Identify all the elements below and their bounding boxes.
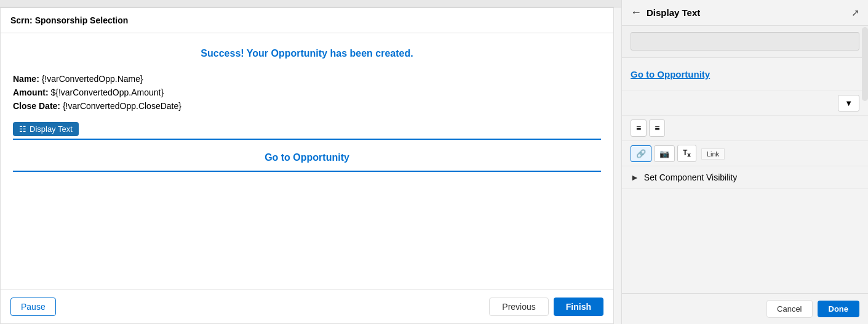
success-message: Success! Your Opportunity has been creat… xyxy=(13,48,601,59)
right-panel-done-button[interactable]: Done xyxy=(818,301,860,317)
top-scrollbar-strip xyxy=(0,0,621,7)
name-field-row: Name: {!varConvertedOpp.Name} xyxy=(13,74,601,84)
link-icon: 🔗 xyxy=(636,149,646,158)
right-panel-header: ← Display Text ➚ xyxy=(622,0,868,26)
name-label: Name: xyxy=(13,74,39,84)
left-panel: Scrn: Sponsorship Selection Success! You… xyxy=(0,0,621,324)
go-to-opp-section: Go to Opportunity xyxy=(13,139,601,172)
set-visibility-label: Set Component Visibility xyxy=(644,172,737,182)
dropdown-row: ▼ xyxy=(622,91,868,116)
format-dropdown[interactable]: ▼ xyxy=(838,95,859,111)
name-value: {!varConvertedOpp.Name} xyxy=(42,74,143,84)
footer-right-actions: Previous Finish xyxy=(489,298,603,316)
finish-button[interactable]: Finish xyxy=(554,298,603,316)
closedate-label: Close Date: xyxy=(13,101,60,111)
image-toolbar-button[interactable]: 📷 xyxy=(654,145,675,162)
set-visibility-row[interactable]: ► Set Component Visibility xyxy=(622,166,868,189)
align-right-button[interactable]: ≡ xyxy=(649,119,665,137)
closedate-value: {!varConvertedOpp.CloseDate} xyxy=(63,101,181,111)
flow-screen: Scrn: Sponsorship Selection Success! You… xyxy=(0,7,614,324)
link-tooltip: Link xyxy=(701,148,725,160)
clear-format-button[interactable]: Tx xyxy=(677,145,696,162)
previous-button[interactable]: Previous xyxy=(489,298,548,316)
panel-go-to-opp-section: Go to Opportunity xyxy=(622,58,868,91)
pause-button[interactable]: Pause xyxy=(10,298,56,316)
align-center-button[interactable]: ≡ xyxy=(631,119,647,137)
chevron-right-icon: ► xyxy=(631,172,639,182)
right-panel: ← Display Text ➚ Go to Opportunity ▼ xyxy=(621,0,868,324)
screen-footer: Pause Previous Finish xyxy=(1,290,613,323)
expand-icon[interactable]: ➚ xyxy=(851,7,859,18)
back-icon[interactable]: ← xyxy=(631,6,642,19)
image-icon: 📷 xyxy=(659,149,669,158)
top-section xyxy=(622,26,868,58)
link-toolbar-button[interactable]: 🔗 xyxy=(631,145,651,162)
display-text-badge-label: Display Text xyxy=(30,124,73,134)
display-text-icon: ☷ xyxy=(19,124,26,134)
right-panel-content: Go to Opportunity ▼ ≡ ≡ 🔗 📷 xyxy=(622,26,868,293)
amount-label: Amount: xyxy=(13,87,49,97)
chevron-down-icon: ▼ xyxy=(845,99,853,108)
clear-icon: Tx xyxy=(683,148,691,158)
go-to-opportunity-link[interactable]: Go to Opportunity xyxy=(13,152,601,163)
panel-title: Display Text xyxy=(647,7,700,18)
right-scrollbar xyxy=(862,27,868,101)
icon-toolbar-row: 🔗 📷 Tx Link xyxy=(622,141,868,166)
header-left: ← Display Text xyxy=(631,6,700,19)
amount-field-row: Amount: ${!varConvertedOpp.Amount} xyxy=(13,87,601,97)
right-panel-footer: Cancel Done xyxy=(622,293,868,324)
right-panel-cancel-button[interactable]: Cancel xyxy=(766,300,812,318)
align-toolbar: ≡ ≡ xyxy=(622,116,868,141)
screen-content: Success! Your Opportunity has been creat… xyxy=(1,33,613,290)
amount-value: ${!varConvertedOpp.Amount} xyxy=(50,87,164,97)
top-input-placeholder xyxy=(631,32,859,51)
screen-title: Scrn: Sponsorship Selection xyxy=(1,8,613,33)
panel-go-to-opportunity-link[interactable]: Go to Opportunity xyxy=(631,64,859,84)
display-text-badge[interactable]: ☷ Display Text xyxy=(13,122,79,136)
closedate-field-row: Close Date: {!varConvertedOpp.CloseDate} xyxy=(13,101,601,111)
